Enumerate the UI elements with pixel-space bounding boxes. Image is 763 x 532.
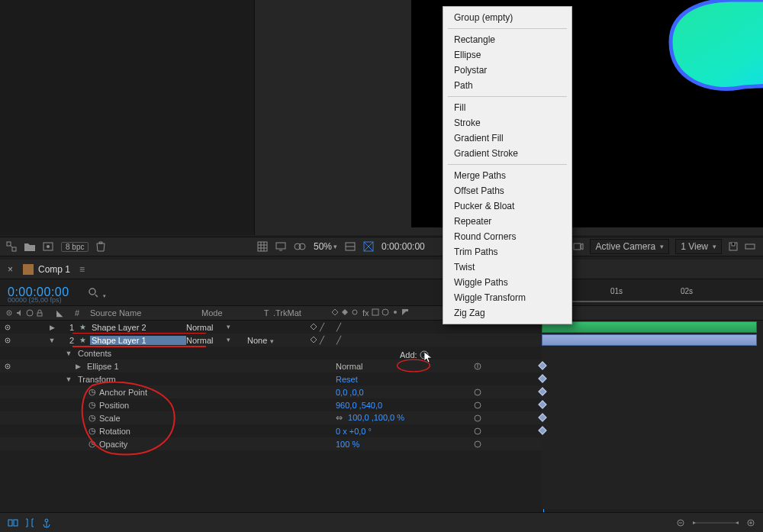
- switch-icon[interactable]: [372, 308, 379, 318]
- reset-icon[interactable]: [473, 427, 482, 436]
- stopwatch-icon[interactable]: ◷: [89, 400, 99, 410]
- eye-icon[interactable]: [0, 324, 11, 331]
- reset-icon[interactable]: [473, 388, 482, 397]
- reset-icon[interactable]: [473, 440, 482, 449]
- share-view-icon[interactable]: [728, 241, 739, 252]
- prop-value[interactable]: 0,0 ,0,0: [336, 388, 364, 397]
- collapse-switch[interactable]: [310, 336, 317, 344]
- menu-item-round-corners[interactable]: Round Corners: [443, 229, 571, 244]
- view-count-dropdown[interactable]: 1 View ▾: [675, 239, 722, 254]
- switch-icon[interactable]: [351, 308, 359, 318]
- layer-name[interactable]: Shape Layer 1: [90, 336, 186, 345]
- audio-column-icon[interactable]: [16, 309, 24, 317]
- menu-item-fill[interactable]: Fill: [443, 100, 571, 115]
- active-camera-dropdown[interactable]: Active Camera ▾: [590, 239, 669, 254]
- layer-name[interactable]: Shape Layer 2: [90, 323, 186, 332]
- camera-icon[interactable]: [573, 242, 584, 251]
- chain-icon[interactable]: ⇔: [336, 413, 343, 422]
- brackets-icon[interactable]: [24, 517, 35, 528]
- new-comp-icon[interactable]: [43, 242, 53, 251]
- monitor-icon[interactable]: [275, 242, 286, 251]
- transform-reset[interactable]: Reset: [336, 375, 358, 384]
- ellipse-mode[interactable]: Normal: [336, 362, 362, 371]
- continuous-rasterize[interactable]: ╱: [336, 336, 341, 344]
- prop-value[interactable]: 0 x +0,0 °: [336, 427, 372, 436]
- zoom-slider[interactable]: [693, 519, 739, 527]
- col-source[interactable]: Source Name: [85, 308, 201, 318]
- expand-icon[interactable]: ▶: [47, 324, 56, 331]
- trkmat-dropdown[interactable]: None▾: [247, 336, 305, 345]
- zoom-in-icon[interactable]: [746, 518, 755, 527]
- stopwatch-icon[interactable]: ◷: [89, 439, 99, 449]
- menu-item-wiggle-transform[interactable]: Wiggle Transform: [443, 290, 571, 305]
- mask-icon[interactable]: [294, 242, 306, 251]
- solo-column-icon[interactable]: [26, 309, 34, 317]
- menu-item-gradient-fill[interactable]: Gradient Fill: [443, 131, 571, 146]
- menu-item-group[interactable]: Group (empty): [443, 10, 571, 25]
- track-bar[interactable]: [542, 334, 757, 346]
- quality-switch[interactable]: ╱: [320, 323, 324, 331]
- mode-dropdown[interactable]: Normal▾: [186, 323, 233, 332]
- switch-icon[interactable]: [341, 308, 349, 318]
- bpc-badge[interactable]: 8 bpc: [61, 242, 89, 252]
- menu-item-wiggle-paths[interactable]: Wiggle Paths: [443, 275, 571, 290]
- col-mode[interactable]: Mode: [201, 308, 259, 318]
- prop-value[interactable]: 100 %: [336, 440, 359, 449]
- resolution-icon[interactable]: [345, 242, 356, 251]
- zoom-handle-icon[interactable]: [676, 518, 685, 527]
- eye-column-icon[interactable]: [5, 309, 14, 317]
- zoom-dropdown[interactable]: 50% ▾: [314, 241, 337, 252]
- pixel-aspect-icon[interactable]: [745, 241, 755, 252]
- menu-item-path[interactable]: Path: [443, 78, 571, 93]
- eye-icon[interactable]: [0, 337, 11, 344]
- mode-dropdown[interactable]: Normal▾: [186, 336, 233, 345]
- col-trkmat[interactable]: .TrkMat: [273, 308, 327, 318]
- stopwatch-icon[interactable]: ◷: [89, 387, 99, 397]
- prop-value[interactable]: 100,0 ,100,0 %: [348, 413, 404, 422]
- menu-item-ellipse[interactable]: Ellipse: [443, 47, 571, 63]
- collapse-switch[interactable]: [310, 323, 317, 331]
- trash-icon[interactable]: [96, 241, 105, 252]
- switch-icon[interactable]: [401, 308, 409, 318]
- lock-column-icon[interactable]: [36, 309, 43, 317]
- menu-item-pucker-bloat[interactable]: Pucker & Bloat: [443, 198, 571, 214]
- reset-icon[interactable]: [473, 414, 482, 423]
- viewer-time[interactable]: 0:00:00:00: [382, 241, 425, 252]
- close-tab-icon[interactable]: ×: [8, 264, 18, 275]
- menu-item-offset-paths[interactable]: Offset Paths: [443, 183, 571, 198]
- reset-icon[interactable]: [473, 401, 482, 410]
- menu-item-twist[interactable]: Twist: [443, 260, 571, 275]
- shy-toggle-icon[interactable]: ◣: [56, 308, 63, 318]
- flowchart-icon[interactable]: [6, 241, 17, 252]
- switch-icon[interactable]: [382, 308, 389, 318]
- switch-icon[interactable]: [391, 308, 399, 318]
- anchor-icon[interactable]: [41, 517, 52, 528]
- track-bar[interactable]: [542, 321, 757, 333]
- menu-item-repeater[interactable]: Repeater: [443, 214, 571, 229]
- panel-menu-icon[interactable]: ≡: [79, 264, 85, 275]
- folder-icon[interactable]: [24, 242, 35, 251]
- toggle-switches-icon[interactable]: [8, 517, 18, 528]
- stopwatch-icon[interactable]: ◷: [89, 413, 99, 423]
- timeline-tracks[interactable]: [542, 321, 763, 509]
- menu-item-merge-paths[interactable]: Merge Paths: [443, 168, 571, 183]
- switch-icon[interactable]: [331, 308, 339, 318]
- stopwatch-icon[interactable]: ◷: [89, 426, 99, 436]
- expand-icon[interactable]: ▼: [47, 337, 56, 344]
- tab-label[interactable]: Comp 1: [38, 264, 70, 275]
- prop-value[interactable]: 960,0 ,540,0: [336, 401, 382, 410]
- transparency-icon[interactable]: [363, 241, 374, 252]
- menu-item-zig-zag[interactable]: Zig Zag: [443, 305, 571, 321]
- menu-item-trim-paths[interactable]: Trim Paths: [443, 244, 571, 260]
- time-ruler[interactable]: 01s 02s: [542, 279, 763, 305]
- reset-icon[interactable]: [473, 362, 482, 371]
- menu-item-polystar[interactable]: Polystar: [443, 63, 571, 78]
- continuous-rasterize[interactable]: ╱: [336, 323, 341, 331]
- eye-icon[interactable]: [0, 363, 11, 370]
- quality-switch[interactable]: ╱: [320, 336, 324, 344]
- menu-item-rectangle[interactable]: Rectangle: [443, 32, 571, 47]
- menu-item-stroke[interactable]: Stroke: [443, 115, 571, 131]
- grid-icon[interactable]: [257, 241, 268, 252]
- layer-search[interactable]: ▾: [88, 285, 106, 299]
- menu-item-gradient-stroke[interactable]: Gradient Stroke: [443, 146, 571, 161]
